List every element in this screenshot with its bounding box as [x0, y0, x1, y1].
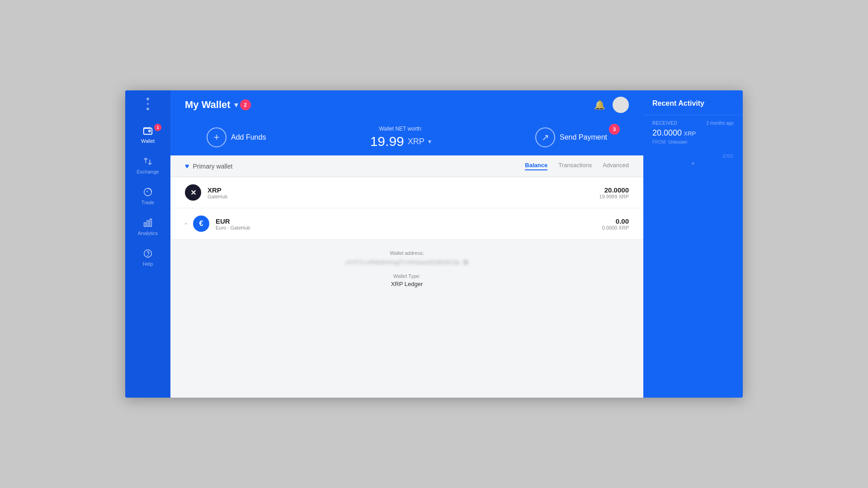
wallet-address: rHYF7LcvR984bHhagPYnhN4aeedG0BGRC8p ⧉ [185, 258, 629, 266]
eur-coin-issuer: Euro · GateHub [216, 225, 602, 230]
xrp-coin-info: XRP GateHub [208, 186, 599, 199]
sidebar-item-trade[interactable]: Trade [125, 181, 170, 211]
wallet-icon [143, 126, 153, 136]
eur-coin-name: EUR [216, 217, 602, 225]
svg-rect-3 [147, 221, 149, 226]
sidebar-item-help[interactable]: Help [125, 242, 170, 273]
chevron-down-icon: ▾ [234, 100, 238, 110]
activity-amount: 20.0000 [652, 128, 682, 137]
send-payment-button[interactable]: ↗ Send Payment 3 [535, 127, 607, 147]
send-payment-label: Send Payment [560, 133, 607, 141]
table-row: € EUR Euro · GateHub 0.00 0.0000 XRP [170, 208, 643, 239]
xrp-coin-issuer: GateHub [208, 194, 599, 199]
eur-coin-balance: 0.00 0.0000 XRP [602, 217, 629, 230]
wallet-address-value: rHYF7LcvR984bHhagPYnhN4aeedG0BGRC8p [346, 259, 460, 266]
activity-time: 2 months ago [706, 121, 734, 126]
eur-icon-symbol: € [199, 220, 203, 228]
avatar[interactable] [613, 97, 629, 113]
eur-xrp-value: 0.0000 XRP [602, 225, 629, 230]
topbar: My Wallet ▾ 2 🔔 [170, 90, 643, 119]
notification-bell-icon[interactable]: 🔔 [594, 99, 605, 110]
xrp-amount: 20.0000 [599, 186, 629, 194]
sidebar-wallet-label: Wallet [141, 138, 155, 144]
xrp-coin-icon: ✕ [185, 184, 201, 201]
activity-from: FROM Unknown [652, 140, 734, 145]
wallet-type-label: Wallet Type: [185, 273, 629, 279]
svg-point-6 [148, 255, 148, 256]
eur-coin-icon: € [193, 216, 209, 232]
row-indicator [185, 223, 187, 225]
wallet-type-value: XRP Ledger [185, 281, 629, 287]
net-worth-chevron-icon[interactable]: ▾ [428, 138, 431, 145]
copy-icon[interactable]: ⧉ [463, 258, 468, 266]
activity-from-value: Unknown [668, 140, 687, 145]
eur-coin-info: EUR Euro · GateHub [216, 217, 602, 230]
sidebar-item-analytics[interactable]: Analytics [125, 211, 170, 242]
wallet-dropdown[interactable]: ▾ 2 [234, 99, 251, 110]
svg-rect-4 [150, 219, 152, 227]
activity-item: RECEIVED 2 months ago 20.0000 XRP FROM U… [643, 115, 743, 150]
end-dot [692, 162, 694, 165]
add-funds-circle-icon: + [207, 127, 226, 147]
wallet-nav: ♥ Primary wallet Balance Transactions Ad… [170, 155, 643, 177]
wallet-info-section: Wallet address: rHYF7LcvR984bHhagPYnhN4a… [170, 239, 643, 298]
right-panel: Recent Activity RECEIVED 2 months ago 20… [643, 90, 743, 398]
xrp-coin-balance: 20.0000 19.9999 XRP [599, 186, 629, 199]
wallet-address-label: Wallet address: [185, 250, 629, 256]
tab-balance[interactable]: Balance [525, 162, 547, 170]
topbar-left: My Wallet ▾ 2 [185, 99, 251, 111]
balance-table: ✕ XRP GateHub 20.0000 19.9999 XRP € [170, 177, 643, 239]
hero-section: + Add Funds Wallet NET worth: 19.99 XRP … [170, 119, 643, 155]
help-icon [143, 249, 153, 258]
svg-rect-2 [144, 223, 146, 226]
end-label: END [643, 150, 743, 162]
step3-badge: 3 [609, 124, 620, 135]
sidebar-trade-label: Trade [142, 200, 154, 205]
send-payment-circle-icon: ↗ [535, 127, 555, 147]
sidebar-help-label: Help [143, 261, 153, 267]
table-row: ✕ XRP GateHub 20.0000 19.9999 XRP [170, 177, 643, 208]
activity-header: RECEIVED 2 months ago [652, 121, 734, 126]
net-worth-currency: XRP [408, 137, 425, 146]
sidebar-decoration [146, 98, 149, 110]
sidebar-analytics-label: Analytics [138, 230, 158, 236]
content-area: ♥ Primary wallet Balance Transactions Ad… [170, 155, 643, 398]
activity-currency: XRP [684, 130, 696, 137]
sidebar: 1 Wallet Exchange Trade [125, 90, 170, 398]
trade-icon [143, 187, 153, 197]
activity-amount-row: 20.0000 XRP [652, 128, 734, 138]
wallet-badge: 1 [154, 124, 161, 131]
net-worth-amount: 19.99 [370, 134, 404, 149]
topbar-right: 🔔 [594, 97, 629, 113]
dot [146, 108, 149, 110]
activity-from-label: FROM [652, 140, 665, 145]
net-worth-value: 19.99 XRP ▾ [370, 134, 431, 149]
analytics-icon [143, 218, 153, 228]
activity-type: RECEIVED [652, 121, 677, 126]
sidebar-exchange-label: Exchange [137, 169, 159, 174]
dot [146, 98, 149, 100]
nav-tabs: Balance Transactions Advanced [525, 162, 629, 170]
add-funds-label: Add Funds [231, 133, 266, 141]
xrp-xrp-value: 19.9999 XRP [599, 194, 629, 199]
heart-icon: ♥ [185, 162, 189, 170]
main-area: My Wallet ▾ 2 🔔 + Add Funds Wallet NET w… [170, 90, 643, 398]
primary-wallet-label: ♥ Primary wallet [185, 162, 232, 170]
eur-amount: 0.00 [602, 217, 629, 225]
xrp-coin-name: XRP [208, 186, 599, 194]
page-title: My Wallet [185, 99, 231, 111]
net-worth-label: Wallet NET worth: [370, 126, 431, 132]
xrp-icon-symbol: ✕ [190, 188, 196, 197]
dot [147, 103, 149, 105]
recent-activity-title: Recent Activity [643, 90, 743, 115]
tab-transactions[interactable]: Transactions [558, 162, 592, 170]
tab-advanced[interactable]: Advanced [603, 162, 629, 170]
step2-badge: 2 [240, 99, 251, 110]
sidebar-item-wallet[interactable]: 1 Wallet [125, 119, 170, 150]
sidebar-item-exchange[interactable]: Exchange [125, 150, 170, 181]
add-funds-button[interactable]: + Add Funds [207, 127, 266, 147]
primary-wallet-text: Primary wallet [193, 163, 233, 170]
exchange-icon [143, 156, 153, 166]
net-worth-section: Wallet NET worth: 19.99 XRP ▾ [370, 126, 431, 149]
